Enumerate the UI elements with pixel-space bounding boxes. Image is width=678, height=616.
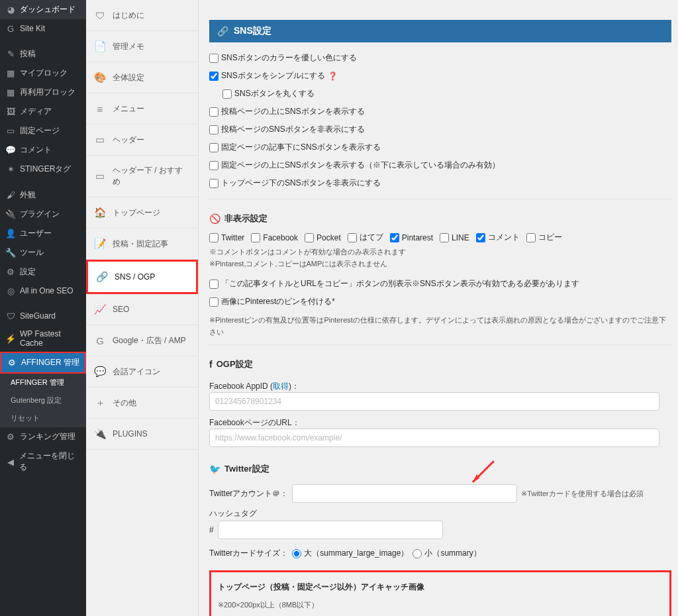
ogp-heading: f OGP設定 [209, 352, 671, 374]
admin-item-label: 外観 [20, 189, 36, 201]
hidden-check[interactable]: Pintarest [390, 233, 433, 242]
admin-item-label: WP Fastest Cache [20, 329, 81, 348]
admin-item[interactable]: 🖼メディア [0, 102, 86, 121]
admin-item[interactable]: リセット [0, 409, 86, 427]
admin-item[interactable]: Gutenberg 設定 [0, 391, 86, 409]
admin-item[interactable]: 💬コメント [0, 140, 86, 160]
settings-tab[interactable]: ▭ヘッダー下 / おすすめ [86, 156, 198, 197]
eyecatch-box: トップページ（投稿・固定ページ以外）アイキャッチ画像 ※200×200px以上（… [209, 570, 671, 616]
extra-check[interactable]: 「この記事タイトルとURLをコピー」ボタンの別表示※SNSボタン表示が有効である… [209, 278, 579, 289]
settings-tab[interactable]: 🏠トップページ [86, 197, 198, 229]
tw-card-small[interactable]: 小（summary） [412, 548, 481, 559]
admin-item[interactable]: 👤ユーザー [0, 224, 86, 243]
tab-icon: ▭ [94, 134, 106, 146]
tab-label: Google・広告 / AMP [113, 335, 186, 346]
menu-icon: ◀ [5, 456, 15, 467]
admin-item[interactable]: AFFINGER 管理 [0, 374, 86, 391]
admin-item-label: ランキング管理 [20, 431, 75, 442]
fb-appid-link[interactable]: 取得 [273, 382, 289, 391]
sns-check[interactable]: トップページ下のSNSボタンを非表示にする [209, 178, 381, 189]
settings-tab[interactable]: ▭ヘッダー [86, 125, 198, 156]
menu-icon: ⚙ [7, 358, 17, 368]
menu-icon: 👤 [5, 229, 16, 239]
check-label: はてブ [360, 232, 383, 243]
admin-item-label: 投稿 [20, 48, 36, 60]
fb-url-input[interactable] [209, 429, 659, 447]
admin-item[interactable]: ⚡WP Fastest Cache [0, 325, 86, 352]
admin-item[interactable]: ▦マイブロック [0, 64, 86, 83]
sns-check[interactable]: SNSボタンのカラーを優しい色にする [209, 52, 357, 64]
tw-card-large[interactable]: 大（summary_large_image） [292, 548, 409, 559]
admin-item[interactable]: ◎All in One SEO [0, 282, 86, 300]
sns-check[interactable]: 固定ページの記事下にSNSボタンを表示する [209, 142, 381, 153]
settings-tab[interactable]: ≡メニュー [86, 93, 198, 125]
tw-hash-input[interactable] [218, 521, 443, 539]
settings-tab[interactable]: 📝投稿・固定記事 [86, 229, 198, 260]
settings-tab[interactable]: 🔗SNS / OGP [86, 260, 198, 294]
admin-item[interactable]: 🛡SiteGuard [0, 307, 86, 325]
admin-item-label: Gutenberg 設定 [11, 395, 62, 405]
admin-item[interactable]: ⚙ランキング管理 [0, 427, 86, 446]
admin-item[interactable]: ✶STINGERタグ [0, 160, 86, 179]
settings-tab[interactable]: 📄管理メモ [86, 31, 198, 62]
tab-icon: 📈 [94, 303, 106, 315]
ban-icon: 🚫 [209, 213, 220, 224]
admin-item[interactable]: ◕ダッシュボード [0, 0, 86, 19]
admin-item[interactable]: ▭固定ページ [0, 121, 86, 140]
settings-tab[interactable]: 🔌PLUGINS [86, 419, 198, 450]
check-label: LINE [452, 233, 469, 242]
help-icon[interactable]: ❓ [328, 72, 338, 81]
extra-check[interactable]: 画像にPinterestのピンを付ける* [209, 296, 335, 307]
check-label: Twitter [221, 233, 244, 242]
check-label: SNSボタンを丸くする [234, 88, 315, 99]
check-label: 固定ページの上にSNSボタンを表示する（※下に表示している場合のみ有効） [221, 160, 500, 171]
hidden-check[interactable]: Facebook [251, 233, 298, 242]
admin-item[interactable]: GSite Kit [0, 19, 86, 38]
sns-panel-title: 🔗 SNS設定 [209, 20, 671, 42]
sns-check[interactable]: SNSボタンを丸くする [222, 88, 315, 99]
tab-icon: 📝 [94, 238, 106, 250]
check-label: 投稿ページのSNSボタンを非表示にする [221, 124, 365, 135]
hidden-check[interactable]: コメント [476, 232, 520, 243]
hidden-check[interactable]: コピー [526, 232, 562, 243]
admin-item[interactable]: ✎投稿 [0, 44, 86, 64]
admin-item-label: All in One SEO [20, 286, 73, 295]
tab-label: 投稿・固定記事 [113, 238, 168, 250]
tw-account-input[interactable] [292, 484, 517, 503]
hidden-check[interactable]: LINE [440, 233, 469, 242]
sns-check[interactable]: SNSボタンをシンプルにする ❓ [209, 70, 338, 81]
admin-item-label: AFFINGER 管理 [11, 378, 64, 387]
hash-prefix: # [209, 525, 214, 535]
admin-item[interactable]: 🔌プラグイン [0, 205, 86, 224]
menu-icon: ◎ [5, 285, 16, 296]
settings-tab[interactable]: 📈SEO [86, 294, 198, 325]
admin-item[interactable]: 🔧ツール [0, 243, 86, 262]
admin-item[interactable]: ⚙設定 [0, 262, 86, 282]
hidden-check[interactable]: はてブ [348, 232, 383, 243]
facebook-icon: f [209, 359, 213, 370]
admin-item[interactable]: ◀メニューを閉じる [0, 446, 86, 477]
admin-item[interactable]: ⚙AFFINGER 管理 [0, 352, 86, 374]
admin-item-label: プラグイン [20, 209, 60, 220]
admin-item-label: 設定 [20, 266, 36, 278]
admin-item-label: AFFINGER 管理 [21, 357, 79, 368]
tab-icon: ▭ [94, 170, 106, 182]
tw-card-label: Twitterカードサイズ： [209, 548, 288, 559]
settings-tab[interactable]: 🛡はじめに [86, 0, 198, 31]
hidden-check[interactable]: Pocket [305, 233, 341, 242]
settings-tab[interactable]: 💬会話アイコン [86, 356, 198, 387]
fb-appid-input[interactable] [209, 392, 659, 411]
check-label: Facebook [263, 233, 298, 242]
admin-item[interactable]: 🖌外観 [0, 185, 86, 205]
admin-item[interactable]: ▦再利用ブロック [0, 83, 86, 102]
sns-check[interactable]: 投稿ページのSNSボタンを非表示にする [209, 124, 365, 135]
settings-tab[interactable]: 🎨全体設定 [86, 62, 198, 93]
hidden-check[interactable]: Twitter [209, 233, 244, 242]
settings-tab[interactable]: GGoogle・広告 / AMP [86, 325, 198, 356]
sns-check[interactable]: 投稿ページの上にSNSボタンを表示する [209, 106, 365, 117]
sns-check[interactable]: 固定ページの上にSNSボタンを表示する（※下に表示している場合のみ有効） [209, 160, 500, 171]
twitter-icon: 🐦 [209, 464, 220, 474]
settings-tab[interactable]: ＋その他 [86, 387, 198, 419]
menu-icon: 🔧 [5, 248, 16, 258]
menu-icon: 🔌 [5, 209, 16, 220]
